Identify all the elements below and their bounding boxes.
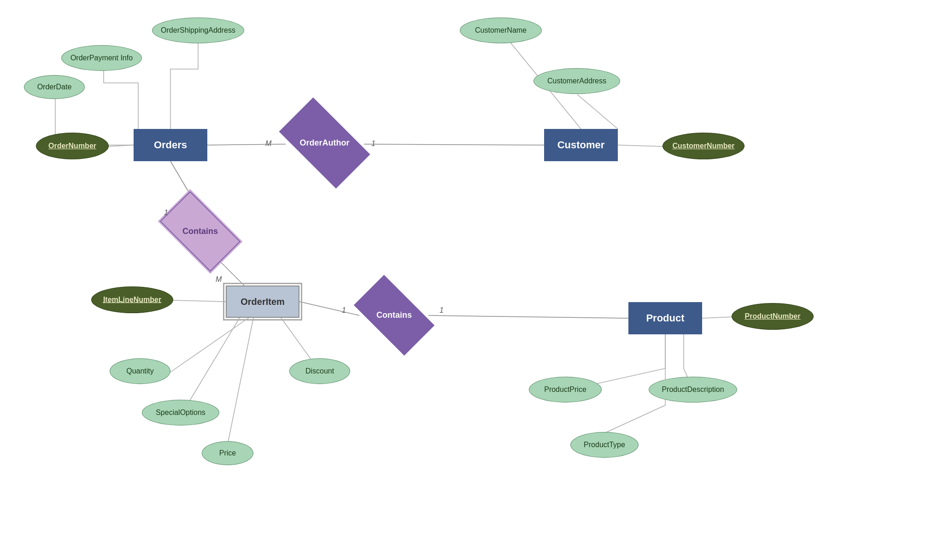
- svg-line-15: [702, 317, 733, 318]
- connection-lines: [0, 0, 938, 560]
- attr-productprice: ProductPrice: [529, 377, 602, 402]
- svg-line-11: [228, 318, 253, 442]
- attr-specialoptions: SpecialOptions: [142, 400, 219, 426]
- attr-productnumber: ProductNumber: [732, 303, 814, 330]
- svg-line-8: [173, 300, 226, 302]
- cardinality-contains1-1: 1: [164, 209, 168, 217]
- attr-ordershippingaddress: OrderShippingAddress: [152, 18, 244, 43]
- entity-customer[interactable]: Customer: [544, 129, 618, 161]
- cardinality-orderauthor-1: 1: [371, 140, 375, 148]
- attr-quantity: Quantity: [110, 358, 170, 384]
- attr-customername: CustomerName: [460, 18, 542, 43]
- attr-customeraddress: CustomerAddress: [533, 68, 620, 94]
- attr-orderdate: OrderDate: [24, 75, 85, 99]
- svg-line-14: [428, 315, 628, 318]
- svg-line-2: [108, 145, 134, 146]
- attr-discount: Discount: [289, 358, 350, 384]
- attr-customernumber: CustomerNumber: [662, 133, 745, 159]
- svg-line-1: [364, 144, 544, 145]
- attr-itemlinenumber: ItemLineNumber: [91, 286, 173, 313]
- attr-producttype: ProductType: [570, 432, 639, 458]
- cardinality-contains1-m: M: [216, 275, 222, 284]
- cardinality-orderauthor-m: M: [265, 140, 271, 148]
- cardinality-contains2-1b: 1: [440, 306, 444, 315]
- svg-line-5: [618, 145, 663, 146]
- relationship-contains1[interactable]: Contains: [164, 210, 236, 253]
- svg-line-0: [207, 144, 286, 145]
- attr-price: Price: [202, 441, 253, 465]
- svg-line-9: [170, 318, 249, 372]
- entity-product[interactable]: Product: [628, 302, 702, 334]
- attr-productdescription: ProductDescription: [649, 377, 737, 402]
- er-diagram: Orders Customer Product OrderItem OrderA…: [0, 0, 938, 560]
- relationship-contains2[interactable]: Contains: [358, 294, 430, 337]
- attr-ordernumber: OrderNumber: [36, 133, 109, 159]
- svg-line-4: [577, 94, 618, 129]
- relationship-orderauthor[interactable]: OrderAuthor: [284, 119, 365, 167]
- entity-orderitem[interactable]: OrderItem: [226, 286, 299, 318]
- attr-orderpaymentinfo: OrderPayment Info: [61, 45, 142, 71]
- entity-orders[interactable]: Orders: [134, 129, 207, 161]
- cardinality-contains2-1a: 1: [342, 306, 346, 315]
- svg-line-13: [299, 302, 359, 315]
- svg-line-10: [182, 318, 240, 414]
